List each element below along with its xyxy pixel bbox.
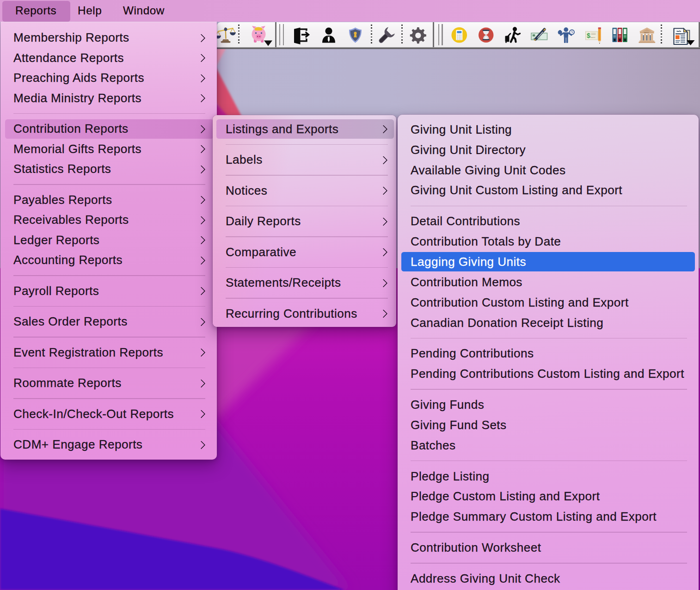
svg-text:$: $ <box>587 32 590 39</box>
svg-text:BANK: BANK <box>644 31 649 33</box>
